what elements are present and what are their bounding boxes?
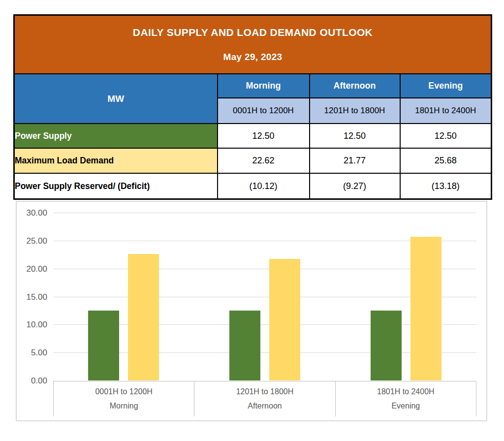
row-label-power-supply: Power Supply bbox=[14, 124, 218, 148]
x-category-line: 1801H to 2400H bbox=[377, 388, 435, 396]
y-tick-label: 10.00 bbox=[17, 320, 47, 329]
bar-power-supply bbox=[88, 311, 119, 380]
x-category-label: 1201H to 1800HAfternoon bbox=[194, 381, 335, 416]
x-category-label: 0001H to 1200HMorning bbox=[53, 381, 194, 416]
bar-maximum-load-demand bbox=[410, 237, 441, 380]
chart-plot-area bbox=[53, 213, 476, 380]
y-tick-label: 25.00 bbox=[17, 237, 47, 245]
value-demand-afternoon: 21.77 bbox=[310, 148, 400, 173]
value-demand-morning: 22.62 bbox=[218, 148, 310, 173]
hours-afternoon: 1201H to 1800H bbox=[310, 98, 400, 124]
x-category-line: Evening bbox=[391, 402, 420, 410]
y-tick-label: 30.00 bbox=[17, 209, 47, 217]
hours-morning: 0001H to 1200H bbox=[218, 98, 310, 124]
header-afternoon: Afternoon bbox=[310, 74, 400, 98]
y-tick-label: 20.00 bbox=[17, 265, 47, 273]
bar-power-supply bbox=[229, 311, 260, 380]
title-cell: DAILY SUPPLY AND LOAD DEMAND OUTLOOK May… bbox=[14, 15, 492, 74]
y-tick-label: 15.00 bbox=[17, 293, 47, 301]
value-reserve-evening: (13.18) bbox=[400, 173, 492, 199]
y-tick-label: 0.00 bbox=[17, 377, 47, 385]
bar-maximum-load-demand bbox=[128, 254, 159, 380]
bar-group bbox=[53, 213, 194, 380]
unit-label-cell: MW bbox=[14, 74, 218, 124]
y-tick-label: 5.00 bbox=[17, 348, 47, 357]
table-title: DAILY SUPPLY AND LOAD DEMAND OUTLOOK bbox=[15, 27, 491, 38]
value-reserve-morning: (10.12) bbox=[218, 173, 310, 199]
row-label-reserve-deficit: Power Supply Reserved/ (Deficit) bbox=[14, 173, 218, 199]
x-category-line: Afternoon bbox=[248, 402, 282, 410]
header-morning: Morning bbox=[218, 74, 310, 98]
value-supply-morning: 12.50 bbox=[218, 124, 310, 148]
bar-maximum-load-demand bbox=[269, 259, 300, 380]
bar-group bbox=[194, 213, 336, 380]
period-header-row: MW Morning Afternoon Evening bbox=[14, 74, 492, 98]
table-date: May 29, 2023 bbox=[15, 52, 491, 63]
value-supply-evening: 12.50 bbox=[400, 124, 492, 148]
bar-group bbox=[335, 213, 476, 380]
hours-evening: 1801H to 2400H bbox=[400, 98, 492, 124]
supply-demand-bar-chart: 0.005.0010.0015.0020.0025.0030.00 0001H … bbox=[16, 201, 487, 421]
supply-demand-table: DAILY SUPPLY AND LOAD DEMAND OUTLOOK May… bbox=[13, 14, 492, 200]
header-evening: Evening bbox=[400, 74, 492, 98]
title-row: DAILY SUPPLY AND LOAD DEMAND OUTLOOK May… bbox=[14, 15, 492, 74]
x-category-line: 0001H to 1200H bbox=[95, 388, 153, 396]
report-page: DAILY SUPPLY AND LOAD DEMAND OUTLOOK May… bbox=[0, 0, 504, 441]
row-label-max-load-demand: Maximum Load Demand bbox=[14, 148, 218, 173]
value-reserve-afternoon: (9.27) bbox=[310, 173, 400, 199]
value-demand-evening: 25.68 bbox=[400, 148, 492, 173]
x-category-label: 1801H to 2400HEvening bbox=[335, 381, 476, 416]
x-category-line: 1201H to 1800H bbox=[236, 388, 294, 396]
table-row-max-load-demand: Maximum Load Demand 22.62 21.77 25.68 bbox=[14, 148, 492, 173]
chart-x-axis: 0001H to 1200HMorning1201H to 1800HAfter… bbox=[53, 381, 476, 416]
x-category-line: Morning bbox=[110, 402, 138, 410]
value-supply-afternoon: 12.50 bbox=[310, 124, 400, 148]
bar-power-supply bbox=[371, 311, 402, 380]
table-row-reserve-deficit: Power Supply Reserved/ (Deficit) (10.12)… bbox=[14, 173, 492, 199]
table-row-power-supply: Power Supply 12.50 12.50 12.50 bbox=[14, 124, 492, 148]
